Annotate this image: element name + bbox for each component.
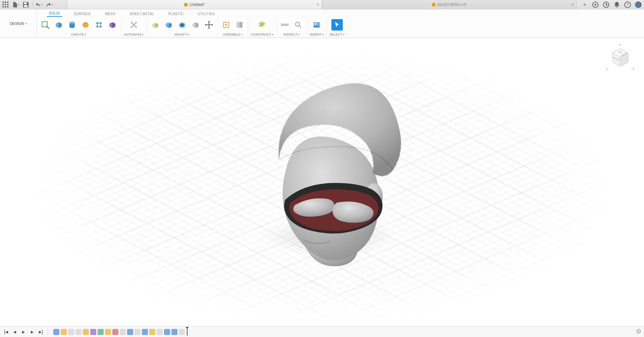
- apps-grid-icon[interactable]: [2, 1, 9, 8]
- timeline-node[interactable]: [127, 329, 133, 335]
- help-icon[interactable]: ?: [624, 1, 631, 8]
- svg-point-42: [315, 23, 316, 25]
- timeline-node[interactable]: [179, 329, 185, 335]
- cylinder-tool[interactable]: [66, 19, 78, 31]
- document-tab-active[interactable]: Untitled* ×: [67, 0, 322, 9]
- timeline-playhead[interactable]: [187, 328, 187, 336]
- undo-button[interactable]: [35, 1, 43, 8]
- automate-tool[interactable]: [128, 19, 140, 31]
- timeline-track[interactable]: [53, 328, 187, 336]
- joint-tool[interactable]: [220, 19, 232, 31]
- svg-rect-10: [24, 5, 28, 7]
- timeline-first-button[interactable]: |◂: [3, 329, 9, 335]
- svg-point-31: [225, 24, 227, 25]
- env-tab-mesh[interactable]: MESH: [103, 11, 117, 17]
- env-tab-utilities[interactable]: UTILITIES: [196, 11, 217, 17]
- extensions-icon[interactable]: [592, 1, 599, 8]
- shell-tool[interactable]: [176, 19, 188, 31]
- timeline: |◂ ◂ ▸ ▸ ▸|: [0, 326, 644, 337]
- save-button[interactable]: [22, 1, 30, 8]
- timeline-node[interactable]: [120, 329, 126, 335]
- timeline-next-button[interactable]: ▸: [29, 329, 36, 335]
- insert-decal-tool[interactable]: [311, 19, 322, 31]
- svg-point-17: [48, 27, 49, 29]
- timeline-node[interactable]: [68, 329, 74, 335]
- timeline-node[interactable]: [157, 329, 163, 335]
- timeline-node[interactable]: [83, 329, 89, 335]
- section-analysis-tool[interactable]: [292, 19, 304, 31]
- box-tool[interactable]: [53, 19, 64, 31]
- new-tab-button[interactable]: +: [581, 1, 588, 8]
- timeline-node[interactable]: [171, 329, 177, 335]
- press-pull-tool[interactable]: [150, 19, 161, 31]
- svg-point-46: [638, 331, 639, 332]
- as-built-joint-tool[interactable]: [234, 19, 245, 31]
- pipe-tool[interactable]: [93, 19, 105, 31]
- create-sketch-tool[interactable]: [40, 19, 51, 31]
- svg-rect-1: [5, 1, 6, 3]
- group-label[interactable]: CONSTRUCT▾: [251, 33, 274, 36]
- group-modify: MODIFY▾: [147, 17, 218, 38]
- timeline-last-button[interactable]: ▸|: [38, 329, 44, 335]
- model-head-with-mask[interactable]: [235, 72, 409, 280]
- timeline-node[interactable]: [142, 329, 148, 335]
- tool-groups: CREATE▾ AUTOMATE▾: [37, 17, 644, 38]
- combine-tool[interactable]: [190, 19, 201, 31]
- create-form-tool[interactable]: [107, 19, 118, 31]
- svg-rect-32: [236, 22, 239, 28]
- sphere-tool[interactable]: [80, 19, 91, 31]
- profile-avatar[interactable]: [635, 1, 642, 8]
- group-assemble: ASSEMBLE▾: [218, 17, 248, 38]
- svg-point-18: [69, 21, 75, 24]
- move-tool[interactable]: [203, 19, 215, 31]
- group-label[interactable]: INSPECT▾: [283, 33, 300, 36]
- timeline-node[interactable]: [98, 329, 104, 335]
- timeline-node[interactable]: [149, 329, 155, 335]
- timeline-node[interactable]: [164, 329, 170, 335]
- timeline-prev-button[interactable]: ◂: [11, 329, 18, 335]
- file-menu-button[interactable]: [12, 1, 19, 8]
- close-tab-icon[interactable]: ×: [316, 2, 319, 7]
- axis-y-label: y: [606, 67, 608, 70]
- group-label[interactable]: MODIFY▾: [174, 33, 190, 36]
- redo-button[interactable]: [45, 1, 53, 8]
- group-construct: CONSTRUCT▾: [248, 17, 277, 38]
- env-tab-solid[interactable]: SOLID: [47, 10, 62, 17]
- env-tab-sheet-metal[interactable]: SHEET METAL: [127, 11, 156, 17]
- construction-plane-tool[interactable]: [256, 19, 268, 31]
- view-cube[interactable]: TOP FRONT RIGHT z x y: [605, 43, 635, 73]
- timeline-play-button[interactable]: ▸: [20, 329, 27, 335]
- group-label[interactable]: INSERT▾: [310, 33, 324, 36]
- timeline-node[interactable]: [61, 329, 67, 335]
- workspace-switcher[interactable]: DESIGN▾: [0, 9, 37, 38]
- group-label[interactable]: AUTOMATE▾: [124, 33, 144, 36]
- timeline-node[interactable]: [75, 329, 82, 335]
- timeline-node[interactable]: [112, 329, 118, 335]
- timeline-node[interactable]: [135, 329, 141, 335]
- app-bar-right: + ?: [581, 0, 642, 9]
- document-tab-inactive[interactable]: MASCHERA v3* ×: [322, 0, 577, 9]
- ribbon-content: SOLID SURFACE MESH SHEET METAL PLASTIC U…: [37, 9, 644, 38]
- svg-text:?: ?: [627, 2, 629, 7]
- group-label[interactable]: ASSEMBLE▾: [223, 33, 243, 36]
- viewport[interactable]: TOP FRONT RIGHT z x y: [0, 38, 644, 326]
- svg-rect-7: [5, 6, 6, 7]
- measure-tool[interactable]: [279, 19, 290, 31]
- fillet-tool[interactable]: [163, 19, 174, 31]
- notifications-icon[interactable]: [613, 1, 621, 8]
- timeline-settings-icon[interactable]: [636, 329, 641, 335]
- env-tab-surface[interactable]: SURFACE: [72, 11, 93, 17]
- group-label[interactable]: CREATE▾: [71, 33, 86, 36]
- document-tab-title: Untitled*: [190, 2, 205, 7]
- group-inspect: INSPECT▾: [276, 17, 307, 38]
- timeline-node[interactable]: [90, 329, 96, 335]
- timeline-node[interactable]: [105, 329, 111, 335]
- select-tool[interactable]: [331, 19, 343, 31]
- close-tab-icon[interactable]: ×: [571, 2, 574, 7]
- group-create: CREATE▾: [37, 17, 121, 38]
- env-tab-plastic[interactable]: PLASTIC: [166, 11, 185, 17]
- group-automate: AUTOMATE▾: [121, 17, 147, 38]
- job-status-icon[interactable]: [602, 1, 610, 8]
- timeline-node[interactable]: [53, 329, 59, 335]
- group-label[interactable]: SELECT▾: [330, 33, 345, 36]
